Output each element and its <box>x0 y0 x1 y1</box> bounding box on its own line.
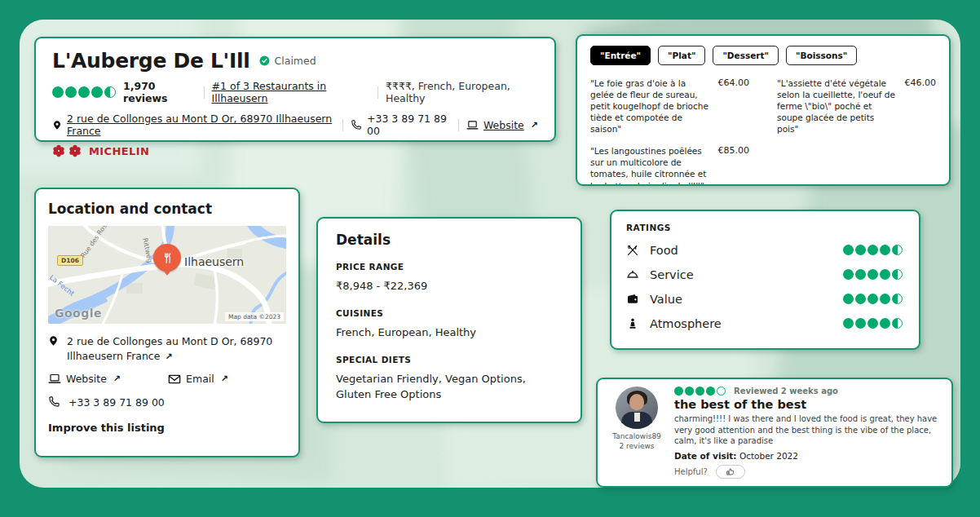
menu-item-text: "Le foie gras d'oie à la gelée de fleur … <box>590 77 710 135</box>
page: L'Auberge De L'Ill Claimed 1,970 reviews… <box>0 0 980 517</box>
page-title: L'Auberge De L'Ill <box>52 49 250 73</box>
phone-text: +33 3 89 71 89 00 <box>68 395 165 410</box>
ratings-card: RATINGS Food Service Value A <box>610 210 920 350</box>
reviewed-date-text: Reviewed 2 weeks ago <box>734 387 838 395</box>
rating-label: Value <box>650 293 682 306</box>
town-label: Ilhaeusern <box>184 255 244 268</box>
menu-item-price: €85.00 <box>718 145 750 186</box>
rating-label: Atmosphere <box>650 317 722 330</box>
cloche-icon <box>626 268 639 281</box>
reviews-count-link[interactable]: 1,970 reviews <box>123 80 196 104</box>
menu-item: "Les langoustines poêlées sur un multico… <box>590 145 749 186</box>
claimed-label: Claimed <box>275 55 316 67</box>
google-map[interactable]: D106 La Fecht Rue des Rose Rittweg Ilhae… <box>48 226 286 324</box>
thumbs-up-icon <box>726 467 735 476</box>
map-attribution: Map data ©2023 <box>225 312 284 321</box>
ranking-link[interactable]: #1 of 3 Restaurants in Illhaeusern <box>212 80 371 104</box>
divider <box>342 119 343 131</box>
menu-item: "Le foie gras d'oie à la gelée de fleur … <box>590 77 749 135</box>
helpful-button[interactable] <box>716 465 745 479</box>
phone-text: +33 3 89 71 89 00 <box>367 113 451 137</box>
menu-item-price: €46.00 <box>905 77 937 135</box>
details-heading: Details <box>336 232 563 248</box>
rating-bubbles <box>843 318 904 329</box>
rating-bubbles <box>843 269 904 280</box>
divider <box>377 86 378 99</box>
review-body: charming!!!! I was there and I loved the… <box>674 413 940 447</box>
tab-plat[interactable]: "Plat" <box>658 46 705 65</box>
tab-dessert[interactable]: "Dessert" <box>713 46 779 65</box>
statue-icon <box>626 317 639 330</box>
external-link-icon: ↗ <box>531 120 538 130</box>
email-label: Email <box>186 373 214 385</box>
restaurant-map-pin[interactable] <box>153 244 181 272</box>
utensils-icon <box>626 244 639 257</box>
website-label: Website <box>483 119 524 131</box>
rating-row-atmosphere: Atmosphere <box>626 316 904 330</box>
website-link[interactable]: Website ↗ <box>48 373 121 385</box>
external-link-icon: ↗ <box>165 351 172 362</box>
michelin-star-icon <box>68 144 82 157</box>
phone-icon <box>351 119 362 130</box>
address-link[interactable]: 2 rue de Collonges au Mont D Or, 68970 I… <box>52 113 335 137</box>
review-title[interactable]: the best of the best <box>674 398 940 411</box>
rating-label: Food <box>650 244 678 257</box>
website-link[interactable]: Website ↗ <box>466 119 538 131</box>
avatar[interactable] <box>616 387 658 429</box>
phone-link[interactable]: +33 3 89 71 89 00 <box>351 113 451 137</box>
phone-link[interactable]: +33 3 89 71 89 00 <box>48 395 286 410</box>
menu-card: "Entrée" "Plat" "Dessert" "Boissons" "Le… <box>576 34 951 186</box>
rating-label: Service <box>650 268 694 281</box>
details-card: Details PRICE RANGE ₹8,948 - ₹22,369 CUI… <box>316 217 582 423</box>
wallet-icon <box>626 293 639 306</box>
phone-icon <box>48 395 60 408</box>
divider <box>204 86 205 99</box>
location-heading: Location and contact <box>48 201 286 217</box>
price-cuisines-text: ₹₹₹₹, French, European, Healthy <box>386 80 538 104</box>
claimed-badge[interactable]: Claimed <box>258 55 316 67</box>
menu-item-text: "Les langoustines poêlées sur un multico… <box>590 145 710 186</box>
special-diets-value: Vegetarian Friendly, Vegan Options, Glut… <box>336 372 563 403</box>
menu-item: "L'assiette d'été végétale selon la cuei… <box>777 77 936 135</box>
address-link[interactable]: 2 rue de Collonges au Mont D Or, 68970 I… <box>48 334 286 363</box>
website-label: Website <box>66 373 107 385</box>
address-text: 2 rue de Collonges au Mont D Or, 68970 I… <box>67 113 335 137</box>
tab-entree[interactable]: "Entrée" <box>590 46 651 65</box>
price-range-value: ₹8,948 - ₹22,369 <box>336 279 563 294</box>
location-pin-icon <box>48 334 59 347</box>
fork-knife-icon <box>161 251 174 265</box>
reviewer-review-count: 2 reviews <box>619 442 654 450</box>
helpful-label: Helpful? <box>674 467 708 476</box>
reviewer-username[interactable]: Tancalowis89 <box>612 432 661 440</box>
rating-row-service: Service <box>626 267 904 281</box>
location-contact-card: Location and contact D106 La Fecht <box>34 188 300 457</box>
envelope-icon <box>168 374 181 384</box>
check-badge-icon <box>258 55 271 67</box>
google-logo: Google <box>55 307 102 320</box>
external-link-icon: ↗ <box>113 373 121 384</box>
email-link[interactable]: Email ↗ <box>168 373 228 385</box>
special-diets-label: SPECIAL DIETS <box>336 355 563 365</box>
laptop-icon <box>466 120 479 130</box>
review-card: Tancalowis89 2 reviews Reviewed 2 weeks … <box>596 378 953 488</box>
external-link-icon: ↗ <box>221 373 228 384</box>
michelin-link[interactable]: MICHELIN <box>89 145 149 157</box>
rating-row-value: Value <box>626 292 904 306</box>
michelin-star-icon <box>52 144 65 157</box>
improve-listing-link[interactable]: Improve this listing <box>48 422 165 434</box>
location-pin-icon <box>52 119 62 131</box>
laptop-icon <box>48 373 61 384</box>
rating-bubbles <box>843 294 904 304</box>
menu-tabs: "Entrée" "Plat" "Dessert" "Boissons" <box>590 46 936 65</box>
rating-bubbles <box>674 387 727 395</box>
restaurant-header-card: L'Auberge De L'Ill Claimed 1,970 reviews… <box>34 37 556 142</box>
date-of-visit-value: October 2022 <box>739 451 798 461</box>
tab-boissons[interactable]: "Boissons" <box>786 46 857 65</box>
rating-bubbles <box>843 245 904 255</box>
menu-item-text: "L'assiette d'été végétale selon la cuei… <box>777 77 897 135</box>
divider <box>458 119 459 131</box>
menu-item-price: €64.00 <box>718 77 750 135</box>
date-of-visit-label: Date of visit: <box>674 451 737 461</box>
road-badge: D106 <box>57 255 83 266</box>
price-range-label: PRICE RANGE <box>336 262 563 272</box>
